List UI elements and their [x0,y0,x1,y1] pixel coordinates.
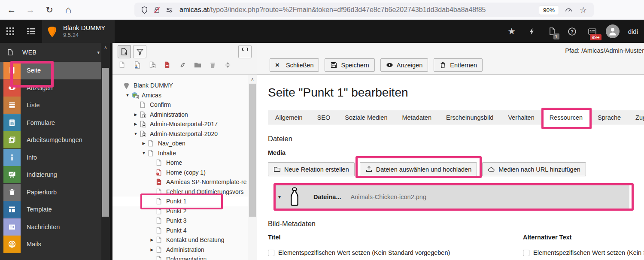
sidebar-item-anzeigen[interactable]: Anzeigen [0,79,110,97]
opendocs-icon[interactable]: 1 [544,20,560,43]
button-label: Entfernen [450,62,477,69]
system-information-icon[interactable]: 99+ [584,20,601,43]
back-icon[interactable]: ← [4,3,19,17]
delete-button[interactable]: Entfernen [434,58,483,72]
new-recycler-mini-icon[interactable] [209,61,217,69]
close-button[interactable]: ×Schließen [270,58,319,72]
address-bar[interactable]: amicas.at/typo3/index.php?route=%2Fmain&… [134,3,594,17]
sidebar-item-seite[interactable]: Seite [0,62,110,79]
new-shortcut-mini-icon[interactable] [149,61,157,69]
tree-caret-closed-icon[interactable]: ▶ [132,122,139,126]
tree-node-inhalte[interactable]: ▼Inhalte [112,148,257,158]
sidebar-section-web[interactable]: WEB ▾ [0,43,110,62]
element-specific-value-checkbox[interactable] [268,250,274,256]
pagetree-scrollbar[interactable]: ∧ [248,75,257,260]
pagetree-scroll-up-icon[interactable]: ∧ [248,75,257,82]
tree-node-admin-musterportal-2017[interactable]: ▶Admin-Musterportal-2017 [112,119,257,129]
tree-node-punkt-3[interactable]: Punkt 3 [112,216,257,226]
tab-seo[interactable]: SEO [310,110,338,125]
home-icon[interactable]: ⌂ [61,3,76,17]
tree-caret-open-icon[interactable]: ▼ [124,93,131,97]
lock-disabled-icon[interactable] [151,4,162,15]
tree-node-dokumentation[interactable]: Dokumentation [112,254,257,260]
tree-node-kontakt-und-beratung[interactable]: ▶Kontakt und Beratung [112,235,257,245]
tree-node-punkt-1[interactable]: Punkt 1 [112,197,257,206]
tree-node-administration[interactable]: ▶Administration [112,245,257,255]
sidebar-scrollbar-thumb[interactable] [102,68,109,217]
sidebar-item-formulare[interactable]: Formulare [0,114,110,132]
permissions-icon[interactable] [164,4,175,15]
new-page-button[interactable] [118,45,131,58]
sidebar-scrollbar[interactable]: ∧ [101,43,110,260]
tab-allgemein[interactable]: Allgemein [268,110,310,125]
bookmarks-icon[interactable]: ★ [504,20,520,43]
tree-node-fehler-und-optimierungsvors[interactable]: Fehler und Optimierungsvors [112,187,257,197]
help-icon[interactable]: ? [564,20,580,43]
tree-node-nav-oben[interactable]: ▶Nav_oben [112,139,257,148]
tab-sprache[interactable]: Sprache [590,110,628,125]
tree-node-admin-musterportal-2020[interactable]: ▼Admin-Musterportal-2020 [112,129,257,139]
tree-node-punkt-2[interactable]: Punkt 2 [112,206,257,216]
sidebar-item-indizierung[interactable]: Indizierung [0,166,110,184]
filter-button[interactable] [133,45,146,58]
new-page-mini-icon[interactable] [118,61,127,69]
pagetree-panel: Blank DUMMY▼AmicasConfirm▶Administration… [110,43,257,260]
clear-cache-bolt-icon[interactable] [524,20,540,43]
reader-gauge-icon[interactable] [563,4,574,15]
tree-caret-closed-icon[interactable]: ▶ [149,248,155,252]
save-button[interactable]: Speichern [325,58,374,72]
sidebar-item-info[interactable]: Info [0,149,110,166]
tree-node-blank-dummy[interactable]: Blank DUMMY [112,81,257,91]
tree-caret-open-icon[interactable]: ▼ [140,151,147,155]
forward-icon[interactable]: → [23,3,38,17]
element-specific-value-checkbox[interactable] [523,250,529,256]
sidebar-item-nachrichten[interactable]: Nachrichten [0,218,110,236]
user-menu[interactable] [605,20,621,43]
button-label: Anzeigen [397,62,422,69]
pagetree-scrollbar-thumb[interactable] [249,84,256,217]
tree-node-home[interactable]: Home [112,158,257,168]
folder-media-button[interactable]: Neue Relation erstellen [268,162,355,176]
tree-caret-open-icon[interactable]: ▼ [132,132,139,136]
zoom-level-button[interactable]: 90% [539,6,559,15]
tab-soziale-medien[interactable]: Soziale Medien [337,110,395,125]
tree-caret-closed-icon[interactable]: ▶ [149,238,155,242]
reload-icon[interactable]: ↻ [42,3,57,17]
new-separator-mini-icon[interactable] [224,61,232,69]
tab-zugriff[interactable]: Zugriff [628,110,644,125]
tree-node-aamicas-sp-normtemplate-re[interactable]: AAmicas SP-Normtemplate-re [112,177,257,187]
new-page-person-mini-icon[interactable] [134,61,142,69]
url-text[interactable]: amicas.at/typo3/index.php?route=%2Fmain&… [179,6,539,14]
media-file-row[interactable]: ▾ Dateina... Animals-Chicken-icon2.png [274,185,629,209]
tree-node-punkt-4[interactable]: Punkt 4 [112,226,257,236]
tree-caret-closed-icon[interactable]: ▶ [132,112,139,117]
tree-node-home-copy-1-[interactable]: Home (copy 1) [112,168,257,178]
sidebar-item-arbeitsumgebungen[interactable]: Arbeitsumgebungen [0,131,110,149]
sidebar-scroll-up-icon[interactable]: ∧ [101,43,110,50]
tree-node-amicas[interactable]: ▼Amicas [112,91,257,100]
new-folder-mini-icon[interactable] [194,61,202,69]
sidebar-item-mails[interactable]: @Mails [0,236,110,253]
tab-ressourcen[interactable]: Ressourcen [542,110,590,125]
tab-verhalten[interactable]: Verhalten [501,110,541,125]
view-button[interactable]: Anzeigen [380,58,428,72]
tree-node-administration[interactable]: ▶Administration [112,110,257,120]
refresh-tree-button[interactable] [238,45,252,58]
file-row-expand-caret-icon[interactable]: ▾ [278,194,284,200]
sidebar-item-papierkorb[interactable]: Papierkorb [0,184,110,201]
new-link-page-mini-icon[interactable] [164,61,172,69]
modules-grid-icon[interactable] [0,20,21,43]
site-logo-block[interactable]: Blank DUMMY 9.5.24 [42,20,115,43]
external-link-mini-icon[interactable] [179,61,187,69]
bookmark-star-icon[interactable]: ☆ [580,5,587,15]
sidebar-item-template[interactable]: Template [0,201,110,218]
shield-icon[interactable] [139,4,150,15]
tab-erscheinungsbild[interactable]: Erscheinungsbild [439,110,501,125]
sidebar-item-liste[interactable]: Liste [0,97,110,114]
tab-metadaten[interactable]: Metadaten [395,110,439,125]
tree-node-confirm[interactable]: Confirm [112,100,257,110]
tree-caret-closed-icon[interactable]: ▶ [140,141,147,145]
pagetree-toggle-icon[interactable] [21,20,41,43]
upload-media-button[interactable]: Dateien auswählen und hochladen [360,162,477,176]
cloud-media-button[interactable]: Medien nach URL hinzufügen [482,162,586,176]
